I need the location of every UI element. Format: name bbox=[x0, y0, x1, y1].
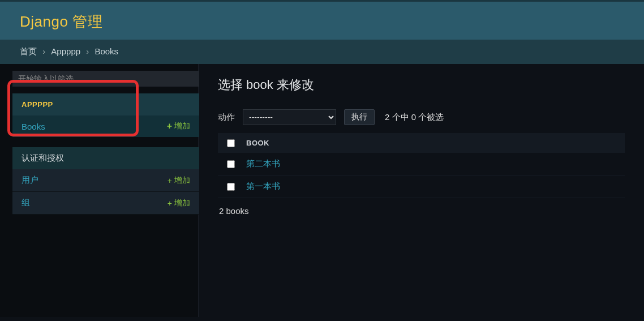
column-header-book[interactable]: BOOK bbox=[246, 139, 269, 147]
add-label: 增加 bbox=[174, 121, 190, 131]
add-label: 增加 bbox=[174, 198, 190, 208]
plus-icon: + bbox=[167, 121, 172, 131]
header: Django 管理 bbox=[0, 0, 644, 40]
actions-select[interactable]: --------- bbox=[243, 109, 336, 125]
results-header: BOOK bbox=[218, 133, 625, 153]
actions-bar: 动作 --------- 执行 2 个中 0 个被选 bbox=[218, 109, 625, 125]
row-checkbox[interactable] bbox=[227, 160, 235, 168]
sidebar-add-books[interactable]: + 增加 bbox=[167, 121, 190, 131]
sidebar-auth-group: 认证和授权 用户 + 增加 组 + 增加 bbox=[12, 147, 199, 215]
row-link[interactable]: 第二本书 bbox=[246, 159, 280, 169]
sidebar-auth-caption[interactable]: 认证和授权 bbox=[12, 147, 199, 169]
page-title: 选择 book 来修改 bbox=[218, 76, 625, 93]
selection-count: 2 个中 0 个被选 bbox=[385, 112, 444, 123]
select-all-checkbox[interactable] bbox=[227, 139, 235, 147]
paginator: 2 books bbox=[218, 198, 625, 224]
sidebar-app-group: APPPPP Books + 增加 bbox=[12, 93, 199, 137]
sidebar-link-users[interactable]: 用户 bbox=[22, 175, 38, 186]
actions-go-button[interactable]: 执行 bbox=[344, 109, 375, 125]
main-content: 选择 book 来修改 动作 --------- 执行 2 个中 0 个被选 B… bbox=[199, 64, 644, 317]
sidebar-link-groups[interactable]: 组 bbox=[22, 198, 30, 208]
breadcrumb-sep: › bbox=[86, 46, 89, 56]
results-table: BOOK 第二本书 第一本书 bbox=[218, 133, 625, 198]
add-label: 增加 bbox=[174, 176, 190, 186]
breadcrumb-sep: › bbox=[42, 46, 45, 56]
table-row: 第一本书 bbox=[218, 176, 625, 198]
breadcrumbs: 首页 › Appppp › Books bbox=[0, 40, 644, 64]
sidebar-item-groups: 组 + 增加 bbox=[12, 192, 199, 215]
sidebar-filter-input[interactable] bbox=[12, 71, 199, 87]
table-row: 第二本书 bbox=[218, 153, 625, 176]
row-link[interactable]: 第一本书 bbox=[246, 181, 280, 192]
sidebar-link-books[interactable]: Books bbox=[22, 122, 45, 131]
plus-icon: + bbox=[168, 176, 172, 185]
breadcrumb-home[interactable]: 首页 bbox=[20, 46, 37, 56]
sidebar-add-users[interactable]: + 增加 bbox=[168, 176, 190, 186]
sidebar-app-caption[interactable]: APPPPP bbox=[12, 93, 199, 115]
sidebar: APPPPP Books + 增加 认证和授权 用户 + 增加 组 bbox=[0, 64, 199, 317]
sidebar-add-groups[interactable]: + 增加 bbox=[168, 198, 190, 208]
row-checkbox[interactable] bbox=[227, 183, 235, 191]
breadcrumb-app[interactable]: Appppp bbox=[51, 46, 80, 56]
breadcrumb-current: Books bbox=[95, 46, 118, 56]
plus-icon: + bbox=[168, 199, 172, 208]
sidebar-item-users: 用户 + 增加 bbox=[12, 169, 199, 192]
site-title: Django 管理 bbox=[20, 12, 624, 32]
actions-label: 动作 bbox=[218, 112, 235, 123]
sidebar-item-books: Books + 增加 bbox=[12, 115, 199, 137]
